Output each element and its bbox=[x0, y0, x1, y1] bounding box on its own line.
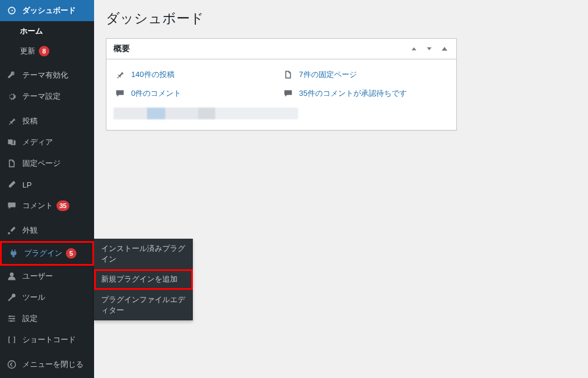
overview-panel: 概要 140件の投稿 7件の固定ページ bbox=[106, 38, 457, 131]
active-indicator-arrow bbox=[94, 6, 99, 15]
pages-link[interactable]: 7件の固定ページ bbox=[299, 69, 357, 80]
sidebar-item-label: ダッシュボード bbox=[22, 5, 76, 16]
sidebar-item-label: ホーム bbox=[20, 26, 43, 36]
panel-controls bbox=[409, 44, 449, 53]
panel-title: 概要 bbox=[113, 44, 130, 54]
sidebar-item-label: テーマ設定 bbox=[22, 91, 61, 102]
page-icon bbox=[282, 69, 295, 81]
key-icon bbox=[6, 69, 18, 81]
sidebar-item-label: テーマ有効化 bbox=[22, 70, 68, 81]
panel-toggle-button[interactable] bbox=[440, 44, 449, 53]
updates-badge: 8 bbox=[39, 46, 49, 56]
admin-sidebar: ダッシュボード ホーム 更新 8 テーマ有効化 テーマ設定 投稿 メディア 固定… bbox=[0, 0, 94, 142]
page-title: ダッシュボード bbox=[106, 9, 576, 28]
main-content: ダッシュボード 概要 140件の投稿 7件の固定ページ bbox=[94, 0, 588, 142]
stat-posts: 140件の投稿 bbox=[113, 65, 282, 84]
sidebar-item-theme-settings[interactable]: テーマ設定 bbox=[0, 86, 94, 107]
media-icon bbox=[6, 136, 18, 142]
posts-link[interactable]: 140件の投稿 bbox=[131, 69, 175, 80]
stat-pending-comments: 35件のコメントが承認待ちです bbox=[282, 84, 450, 103]
pin-icon bbox=[6, 115, 18, 127]
pin-icon bbox=[113, 69, 126, 81]
sidebar-item-label: 投稿 bbox=[22, 116, 38, 126]
dashboard-icon bbox=[6, 5, 18, 16]
comment-alert-icon bbox=[282, 88, 295, 99]
stat-pages: 7件の固定ページ bbox=[282, 65, 450, 84]
panel-move-down-button[interactable] bbox=[425, 44, 434, 53]
stat-comments: 0件のコメント bbox=[113, 84, 282, 103]
sidebar-item-home[interactable]: ホーム bbox=[0, 21, 94, 41]
sidebar-item-theme-enable[interactable]: テーマ有効化 bbox=[0, 65, 94, 86]
sidebar-item-updates[interactable]: 更新 8 bbox=[0, 41, 94, 61]
panel-header: 概要 bbox=[106, 39, 456, 59]
panel-body: 140件の投稿 7件の固定ページ 0件のコメント 35件のコメントが承認待ちです bbox=[106, 59, 456, 130]
panel-move-up-button[interactable] bbox=[409, 44, 419, 53]
sidebar-item-posts[interactable]: 投稿 bbox=[0, 111, 94, 132]
redacted-info bbox=[113, 108, 298, 119]
gear-icon bbox=[6, 91, 18, 102]
sidebar-item-media[interactable]: メディア bbox=[0, 132, 94, 142]
sidebar-item-label: メディア bbox=[22, 137, 53, 142]
sidebar-item-label: 更新 bbox=[20, 46, 35, 56]
comments-link[interactable]: 0件のコメント bbox=[131, 88, 181, 99]
pending-comments-link[interactable]: 35件のコメントが承認待ちです bbox=[299, 88, 407, 99]
sidebar-item-dashboard[interactable]: ダッシュボード bbox=[0, 0, 94, 21]
comment-icon bbox=[113, 88, 126, 99]
